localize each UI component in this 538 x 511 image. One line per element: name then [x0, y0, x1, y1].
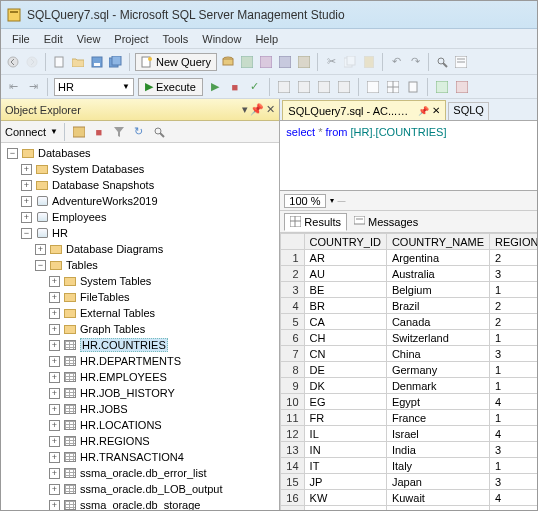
tree-system-databases[interactable]: +System Databases [1, 161, 279, 177]
table-row[interactable]: 6CHSwitzerland1 [281, 330, 538, 346]
dropdown-icon[interactable]: ▾ [242, 103, 248, 116]
table-row[interactable]: 1ARArgentina2 [281, 250, 538, 266]
tree-table-hr-transaction4[interactable]: +HR.TRANSACTION4 [1, 449, 279, 465]
cell[interactable]: 1 [490, 282, 539, 298]
expand-icon[interactable]: + [21, 212, 32, 223]
cell[interactable]: Denmark [386, 378, 489, 394]
table-row[interactable]: 3BEBelgium1 [281, 282, 538, 298]
expand-icon[interactable]: + [49, 500, 60, 511]
column-header[interactable]: COUNTRY_NAME [386, 234, 489, 250]
cell[interactable]: 3 [490, 346, 539, 362]
cell[interactable]: AR [304, 250, 386, 266]
cell[interactable]: France [386, 410, 489, 426]
tree-table-hr-job_history[interactable]: +HR.JOB_HISTORY [1, 385, 279, 401]
comment-icon[interactable] [434, 79, 450, 95]
cell[interactable]: Australia [386, 266, 489, 282]
stop-conn-icon[interactable]: ■ [91, 124, 107, 140]
new-query-button[interactable]: New Query [135, 53, 217, 71]
column-header[interactable]: COUNTRY_ID [304, 234, 386, 250]
expand-icon[interactable]: + [49, 484, 60, 495]
tree-filetables[interactable]: +FileTables [1, 289, 279, 305]
cell[interactable]: IT [304, 458, 386, 474]
cell[interactable]: Kuwait [386, 490, 489, 506]
menu-project[interactable]: Project [107, 31, 155, 47]
cell[interactable]: Japan [386, 474, 489, 490]
cell[interactable]: EG [304, 394, 386, 410]
expand-icon[interactable]: + [49, 372, 60, 383]
xml-icon[interactable] [239, 54, 255, 70]
expand-icon[interactable]: − [35, 260, 46, 271]
expand-icon[interactable]: + [21, 164, 32, 175]
tree-adventureworks2019[interactable]: +AdventureWorks2019 [1, 193, 279, 209]
cell[interactable]: KW [304, 490, 386, 506]
expand-icon[interactable]: + [49, 276, 60, 287]
table-row[interactable]: 7CNChina3 [281, 346, 538, 362]
expand-icon[interactable]: + [49, 404, 60, 415]
table-row[interactable]: 13INIndia3 [281, 442, 538, 458]
client-stats-icon[interactable] [336, 79, 352, 95]
cell[interactable]: 4 [490, 426, 539, 442]
refresh-icon[interactable]: ↻ [131, 124, 147, 140]
tree-database-snapshots[interactable]: +Database Snapshots [1, 177, 279, 193]
cell[interactable]: BR [304, 298, 386, 314]
table-row[interactable]: 8DEGermany1 [281, 362, 538, 378]
actual-plan-icon[interactable] [296, 79, 312, 95]
zoom-value[interactable]: 100 % [284, 194, 325, 208]
expand-icon[interactable]: + [21, 196, 32, 207]
cell[interactable]: BE [304, 282, 386, 298]
cell[interactable]: 3 [490, 266, 539, 282]
tree-employees[interactable]: +Employees [1, 209, 279, 225]
search-oe-icon[interactable] [151, 124, 167, 140]
menu-window[interactable]: Window [195, 31, 248, 47]
debug-icon[interactable]: ▶ [207, 79, 223, 95]
cell[interactable]: Canada [386, 314, 489, 330]
expand-icon[interactable]: + [49, 452, 60, 463]
new-icon[interactable] [51, 54, 67, 70]
table-row[interactable]: 12ILIsrael4 [281, 426, 538, 442]
cell[interactable]: 3 [490, 506, 539, 511]
results-text-icon[interactable] [365, 79, 381, 95]
cell[interactable]: CH [304, 330, 386, 346]
results-tab[interactable]: Results [284, 213, 347, 231]
cell[interactable]: AU [304, 266, 386, 282]
cell[interactable]: 3 [490, 442, 539, 458]
cell[interactable]: 2 [490, 314, 539, 330]
cell[interactable]: 4 [490, 394, 539, 410]
column-header[interactable]: REGION_ID [490, 234, 539, 250]
cell[interactable]: JP [304, 474, 386, 490]
menu-edit[interactable]: Edit [37, 31, 70, 47]
tree-database-diagrams[interactable]: +Database Diagrams [1, 241, 279, 257]
expand-icon[interactable]: + [49, 388, 60, 399]
expand-icon[interactable]: + [49, 420, 60, 431]
connect-button[interactable]: Connect [5, 126, 46, 138]
expand-icon[interactable]: − [7, 148, 18, 159]
menu-view[interactable]: View [70, 31, 108, 47]
cell[interactable]: Argentina [386, 250, 489, 266]
expand-icon[interactable]: + [49, 308, 60, 319]
menu-tools[interactable]: Tools [156, 31, 196, 47]
cell[interactable]: Brazil [386, 298, 489, 314]
results-file-icon[interactable] [405, 79, 421, 95]
tree-hr[interactable]: −HR [1, 225, 279, 241]
cell[interactable]: 4 [490, 490, 539, 506]
expand-icon[interactable]: + [21, 180, 32, 191]
table-row[interactable]: 11FRFrance1 [281, 410, 538, 426]
tree-system-tables[interactable]: +System Tables [1, 273, 279, 289]
expand-icon[interactable]: + [49, 292, 60, 303]
tree-graph-tables[interactable]: +Graph Tables [1, 321, 279, 337]
expand-icon[interactable]: + [49, 340, 60, 351]
tree-external-tables[interactable]: +External Tables [1, 305, 279, 321]
editor-tab-2[interactable]: SQLQ [448, 102, 489, 120]
menu-file[interactable]: File [5, 31, 37, 47]
cell[interactable]: China [386, 346, 489, 362]
tree-tables[interactable]: −Tables [1, 257, 279, 273]
chevron-down-icon[interactable]: ▾ [330, 196, 334, 205]
table-row[interactable]: 4BRBrazil2 [281, 298, 538, 314]
expand-icon[interactable]: + [35, 244, 46, 255]
table-row[interactable]: 17MLMalaysia3 [281, 506, 538, 511]
expand-icon[interactable]: + [49, 324, 60, 335]
tab-close-icon[interactable]: ✕ [432, 105, 440, 116]
tree-table-hr-countries[interactable]: +HR.COUNTRIES [1, 337, 279, 353]
cell[interactable]: DK [304, 378, 386, 394]
cell[interactable]: CA [304, 314, 386, 330]
